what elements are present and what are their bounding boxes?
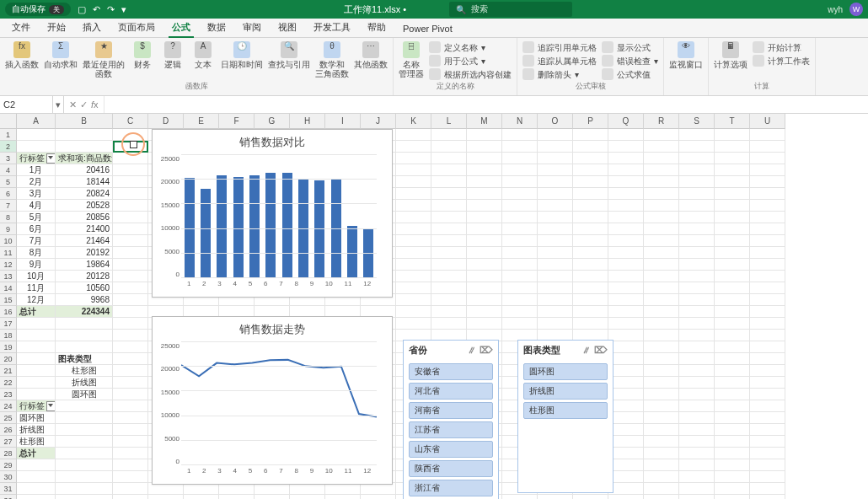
cell-S23[interactable] [679, 389, 715, 400]
cell-B15[interactable]: 9968 [56, 294, 113, 306]
cell-P32[interactable] [573, 495, 608, 499]
cell-L5[interactable] [431, 176, 467, 188]
cell-B14[interactable]: 10560 [56, 282, 113, 294]
cell-A9[interactable]: 6月 [17, 223, 56, 235]
cell-B30[interactable] [56, 471, 113, 483]
cell-N15[interactable] [502, 294, 538, 306]
cell-C6[interactable] [113, 188, 148, 200]
cell-N7[interactable] [502, 200, 538, 212]
cell-N32[interactable] [502, 495, 538, 499]
tab-data[interactable]: 数据 [199, 18, 234, 37]
cell-C25[interactable] [113, 412, 148, 424]
cell-R19[interactable] [644, 341, 679, 353]
cell-A24[interactable]: 行标签 [17, 400, 56, 412]
cell-S29[interactable] [679, 459, 715, 471]
cell-A2[interactable] [17, 141, 56, 153]
cell-O5[interactable] [538, 176, 573, 188]
cell-S28[interactable] [679, 448, 715, 459]
cell-O11[interactable] [538, 247, 573, 259]
cell-A16[interactable]: 总计 [17, 306, 56, 318]
cell-O8[interactable] [538, 212, 573, 223]
cell-N12[interactable] [502, 259, 538, 271]
cell-M1[interactable] [467, 129, 502, 141]
cell-A20[interactable] [17, 353, 56, 365]
cell-L1[interactable] [431, 129, 467, 141]
cell-I31[interactable] [325, 483, 361, 495]
cell-C23[interactable] [113, 389, 148, 400]
cell-T31[interactable] [715, 483, 750, 495]
tab-review[interactable]: 审阅 [234, 18, 270, 37]
cell-Q12[interactable] [608, 259, 644, 271]
calc-sheet-button[interactable]: 计算工作表 [753, 55, 810, 67]
user-avatar[interactable]: W [849, 3, 863, 16]
col-header-C[interactable]: C [113, 114, 148, 129]
cell-M5[interactable] [467, 176, 502, 188]
row-header-27[interactable]: 27 [0, 436, 17, 448]
math-button[interactable]: θ数学和 三角函数 [315, 41, 349, 78]
cell-M6[interactable] [467, 188, 502, 200]
cell-S21[interactable] [679, 365, 715, 377]
cell-U25[interactable] [750, 412, 785, 424]
cell-O32[interactable] [538, 495, 573, 499]
insert-function-button[interactable]: fx插入函数 [5, 41, 39, 69]
cell-O10[interactable] [538, 235, 573, 247]
bar-9[interactable] [314, 180, 324, 278]
cell-M3[interactable] [467, 153, 502, 164]
cell-K7[interactable] [396, 200, 431, 212]
cell-O7[interactable] [538, 200, 573, 212]
cell-Q17[interactable] [608, 318, 644, 330]
cell-Q25[interactable] [608, 412, 644, 424]
cell-U10[interactable] [750, 235, 785, 247]
cell-S27[interactable] [679, 436, 715, 448]
cell-Q10[interactable] [608, 235, 644, 247]
cell-N10[interactable] [502, 235, 538, 247]
cell-M9[interactable] [467, 223, 502, 235]
cell-R21[interactable] [644, 365, 679, 377]
cell-R29[interactable] [644, 459, 679, 471]
cell-R22[interactable] [644, 377, 679, 389]
cell-N1[interactable] [502, 129, 538, 141]
cell-P6[interactable] [573, 188, 608, 200]
cell-C27[interactable] [113, 436, 148, 448]
cell-B23[interactable]: 圆环图 [56, 389, 113, 400]
cell-Q6[interactable] [608, 188, 644, 200]
cell-S6[interactable] [679, 188, 715, 200]
cell-Q21[interactable] [608, 365, 644, 377]
cell-T20[interactable] [715, 353, 750, 365]
cell-Q28[interactable] [608, 448, 644, 459]
cell-O16[interactable] [538, 306, 573, 318]
row-header-16[interactable]: 16 [0, 306, 17, 318]
cell-T3[interactable] [715, 153, 750, 164]
slicer-item-安徽省[interactable]: 安徽省 [409, 363, 493, 380]
row-header-22[interactable]: 22 [0, 377, 17, 389]
cell-M7[interactable] [467, 200, 502, 212]
cell-S32[interactable] [679, 495, 715, 499]
logical-button[interactable]: ?逻辑 [160, 41, 185, 69]
cell-A29[interactable] [17, 459, 56, 471]
row-header-3[interactable]: 3 [0, 153, 17, 164]
cell-F31[interactable] [219, 483, 255, 495]
col-header-P[interactable]: P [573, 114, 608, 129]
bar-2[interactable] [201, 189, 211, 278]
row-header-9[interactable]: 9 [0, 223, 17, 235]
cell-O17[interactable] [538, 318, 573, 330]
slicer-multiselect-icon[interactable]: ⫽ [581, 345, 591, 356]
cell-L8[interactable] [431, 212, 467, 223]
cell-S12[interactable] [679, 259, 715, 271]
cell-M15[interactable] [467, 294, 502, 306]
col-header-I[interactable]: I [325, 114, 361, 129]
cell-T28[interactable] [715, 448, 750, 459]
col-header-J[interactable]: J [361, 114, 396, 129]
cell-S11[interactable] [679, 247, 715, 259]
cell-Q1[interactable] [608, 129, 644, 141]
slicer-chart-type[interactable]: 图表类型 ⫽⌦ 圆环图折线图柱形图 [517, 340, 613, 493]
cell-R3[interactable] [644, 153, 679, 164]
cell-U15[interactable] [750, 294, 785, 306]
evaluate-formula-button[interactable]: 公式求值 [602, 68, 651, 81]
cell-A18[interactable] [17, 330, 56, 341]
cell-C17[interactable] [113, 318, 148, 330]
cell-Q13[interactable] [608, 271, 644, 282]
cell-U8[interactable] [750, 212, 785, 223]
cell-R2[interactable] [644, 141, 679, 153]
cell-R28[interactable] [644, 448, 679, 459]
